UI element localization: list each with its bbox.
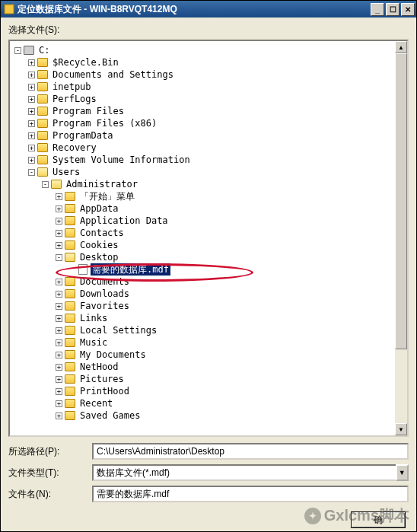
tree-item-label[interactable]: AppData bbox=[78, 202, 120, 215]
tree-item-label[interactable]: Application Data bbox=[78, 215, 170, 227]
tree-row[interactable]: +Program Files (x86) bbox=[11, 117, 406, 129]
tree-row[interactable]: 需要的数据库.mdf bbox=[11, 263, 406, 276]
expand-toggle[interactable]: + bbox=[56, 339, 62, 346]
filetype-dropdown-button[interactable]: ▼ bbox=[396, 464, 409, 481]
collapse-toggle[interactable]: - bbox=[42, 181, 49, 188]
tree-row[interactable]: +Program Files bbox=[11, 105, 406, 117]
tree-row[interactable]: +NetHood bbox=[11, 361, 406, 373]
expand-toggle[interactable]: + bbox=[56, 327, 62, 334]
vertical-scrollbar[interactable]: ▲ ▼ bbox=[395, 41, 407, 435]
expand-toggle[interactable]: + bbox=[28, 96, 35, 103]
tree-row[interactable]: -Desktop bbox=[11, 251, 406, 263]
tree-item-label[interactable]: Program Files bbox=[51, 105, 126, 117]
tree-row[interactable]: +AppData bbox=[11, 202, 406, 215]
expand-toggle[interactable]: + bbox=[28, 108, 35, 115]
tree-item-label[interactable]: Documents bbox=[78, 276, 131, 288]
tree-row[interactable]: +Contacts bbox=[11, 227, 406, 239]
expand-toggle[interactable]: + bbox=[56, 291, 62, 298]
expand-toggle[interactable]: + bbox=[56, 279, 62, 285]
file-tree[interactable]: -C:+$Recycle.Bin+Documents and Settings+… bbox=[10, 41, 407, 425]
expand-toggle[interactable]: + bbox=[56, 400, 62, 407]
scroll-up-button[interactable]: ▲ bbox=[395, 41, 407, 53]
expand-toggle[interactable]: + bbox=[56, 205, 62, 212]
tree-row[interactable]: -Users bbox=[11, 166, 406, 178]
expand-toggle[interactable]: + bbox=[56, 230, 62, 237]
tree-row[interactable]: +Links bbox=[11, 312, 406, 324]
tree-item-label[interactable]: Links bbox=[78, 312, 109, 324]
tree-row[interactable]: +PrintHood bbox=[11, 385, 406, 397]
tree-row[interactable]: +Saved Games bbox=[11, 409, 406, 422]
tree-item-label[interactable]: NetHood bbox=[78, 361, 120, 373]
scroll-thumb[interactable] bbox=[395, 53, 407, 349]
tree-item-label[interactable]: Favorites bbox=[78, 300, 131, 312]
tree-item-label[interactable]: 需要的数据库.mdf bbox=[91, 263, 170, 276]
collapse-toggle[interactable]: - bbox=[28, 169, 35, 176]
expand-toggle[interactable]: + bbox=[28, 145, 35, 151]
tree-row[interactable]: +Local Settings bbox=[11, 324, 406, 336]
expand-toggle[interactable]: + bbox=[28, 132, 35, 139]
tree-row[interactable]: +Pictures bbox=[11, 373, 406, 385]
tree-item-label[interactable]: ProgramData bbox=[51, 129, 114, 142]
expand-toggle[interactable]: + bbox=[28, 84, 35, 91]
scroll-down-button[interactable]: ▼ bbox=[395, 423, 407, 435]
tree-row[interactable]: -Administrator bbox=[11, 178, 406, 190]
tree-item-label[interactable]: Saved Games bbox=[78, 409, 142, 422]
tree-item-label[interactable]: C: bbox=[37, 44, 51, 56]
expand-toggle[interactable]: + bbox=[28, 72, 35, 78]
tree-row[interactable]: +Documents and Settings bbox=[11, 68, 406, 81]
tree-row[interactable]: +Application Data bbox=[11, 215, 406, 227]
tree-item-label[interactable]: Local Settings bbox=[78, 324, 158, 336]
tree-row[interactable]: +Music bbox=[11, 336, 406, 349]
filename-input[interactable]: 需要的数据库.mdf bbox=[92, 486, 409, 502]
tree-row[interactable]: +$Recycle.Bin bbox=[11, 56, 406, 68]
tree-item-label[interactable]: inetpub bbox=[51, 81, 93, 93]
filetype-combo[interactable]: 数据库文件(*.mdf) ▼ bbox=[92, 464, 409, 481]
expand-toggle[interactable]: + bbox=[56, 242, 62, 249]
tree-item-label[interactable]: Downloads bbox=[78, 288, 131, 300]
expand-toggle[interactable]: + bbox=[56, 388, 62, 395]
expand-toggle[interactable]: + bbox=[28, 157, 35, 164]
expand-toggle[interactable]: + bbox=[56, 352, 62, 358]
tree-item-label[interactable]: $Recycle.Bin bbox=[51, 56, 120, 68]
tree-item-label[interactable]: My Documents bbox=[78, 349, 148, 361]
tree-item-label[interactable]: Program Files (x86) bbox=[51, 117, 158, 129]
collapse-toggle[interactable]: - bbox=[14, 47, 21, 54]
tree-row[interactable]: -C: bbox=[11, 44, 406, 56]
tree-item-label[interactable]: Cookies bbox=[78, 239, 120, 251]
tree-row[interactable]: +inetpub bbox=[11, 81, 406, 93]
expand-toggle[interactable]: + bbox=[56, 315, 62, 322]
tree-row[interactable]: +Recent bbox=[11, 397, 406, 409]
tree-item-label[interactable]: 「开始」菜单 bbox=[78, 190, 136, 202]
scroll-track[interactable] bbox=[395, 53, 407, 423]
tree-row[interactable]: +PerfLogs bbox=[11, 93, 406, 105]
tree-item-label[interactable]: Recovery bbox=[51, 142, 98, 154]
tree-item-label[interactable]: Desktop bbox=[78, 251, 120, 263]
tree-row[interactable]: +Favorites bbox=[11, 300, 406, 312]
tree-item-label[interactable]: Recent bbox=[78, 397, 114, 409]
tree-row[interactable]: +My Documents bbox=[11, 349, 406, 361]
expand-toggle[interactable]: + bbox=[56, 303, 62, 310]
collapse-toggle[interactable]: - bbox=[56, 254, 62, 261]
expand-toggle[interactable]: + bbox=[56, 193, 62, 200]
tree-item-label[interactable]: Administrator bbox=[65, 178, 139, 190]
tree-item-label[interactable]: System Volume Information bbox=[51, 154, 192, 166]
tree-item-label[interactable]: Documents and Settings bbox=[51, 68, 175, 81]
tree-item-label[interactable]: Users bbox=[51, 166, 81, 178]
tree-row[interactable]: +「开始」菜单 bbox=[11, 190, 406, 202]
expand-toggle[interactable]: + bbox=[56, 218, 62, 225]
expand-toggle[interactable]: + bbox=[56, 413, 62, 419]
tree-row[interactable]: +ProgramData bbox=[11, 129, 406, 142]
tree-item-label[interactable]: Contacts bbox=[78, 227, 126, 239]
minimize-button[interactable]: _ bbox=[371, 3, 384, 16]
tree-item-label[interactable]: PerfLogs bbox=[51, 93, 98, 105]
close-button[interactable]: ✕ bbox=[401, 3, 415, 16]
maximize-button[interactable]: ☐ bbox=[386, 3, 399, 16]
tree-row[interactable]: +Documents bbox=[11, 276, 406, 288]
tree-row[interactable]: +Cookies bbox=[11, 239, 406, 251]
tree-row[interactable]: +Downloads bbox=[11, 288, 406, 300]
tree-item-label[interactable]: Pictures bbox=[78, 373, 126, 385]
tree-row[interactable]: +Recovery bbox=[11, 142, 406, 154]
tree-item-label[interactable]: PrintHood bbox=[78, 385, 131, 397]
expand-toggle[interactable]: + bbox=[28, 59, 35, 66]
expand-toggle[interactable]: + bbox=[56, 376, 62, 383]
